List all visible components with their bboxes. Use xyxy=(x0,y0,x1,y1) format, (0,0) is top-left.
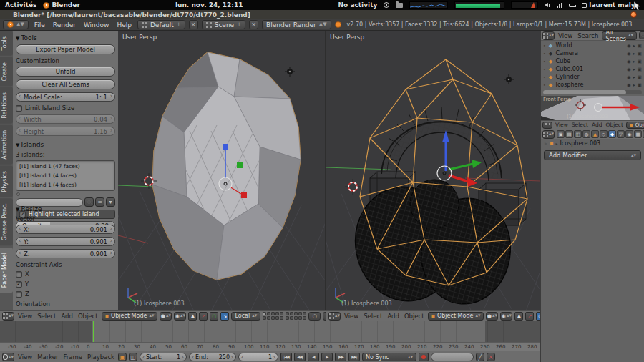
view-menu[interactable]: View xyxy=(16,313,34,320)
selectable-icon[interactable]: ▸ xyxy=(633,43,635,49)
limit-island-size-row[interactable]: Limit Island Size xyxy=(16,104,115,112)
shading-selector[interactable]: ●▴▾ xyxy=(486,312,498,321)
outliner-view-menu[interactable]: View xyxy=(557,32,574,39)
outliner-row[interactable]: • ◆ Cylinder ◉ ▸ ▣ xyxy=(541,73,644,81)
tab-scene[interactable]: ◫ xyxy=(574,130,582,138)
selectable-icon[interactable]: ▸ xyxy=(633,74,635,80)
timeline-frame-menu[interactable]: Frame xyxy=(62,353,84,361)
editor-type-button[interactable]: ▴▾ xyxy=(542,31,555,40)
tracker-clock-icon[interactable] xyxy=(384,2,389,8)
editor-type-button[interactable] xyxy=(542,122,552,129)
tool-shelf-tab[interactable]: Paper Model xyxy=(0,248,13,293)
app-menu[interactable]: Blender xyxy=(43,1,79,9)
constraint-z-row[interactable]: Z xyxy=(16,290,115,298)
selectable-icon[interactable]: ▸ xyxy=(633,51,635,57)
select-menu[interactable]: Select xyxy=(36,313,57,320)
tab-texture[interactable]: ▦ xyxy=(634,130,642,138)
visibility-eye-icon[interactable]: ◉ xyxy=(627,82,631,88)
tab-render-layers[interactable]: ▤ xyxy=(565,130,573,138)
clear-all-seams-button[interactable]: Clear All Seams xyxy=(16,79,115,89)
auto-keyframe-record-button[interactable] xyxy=(419,353,429,361)
screen-layout-delete-button[interactable]: × xyxy=(189,20,198,29)
visibility-eye-icon[interactable]: ◉ xyxy=(627,51,631,57)
use-preview-range-button[interactable]: ▣ xyxy=(118,353,127,361)
add-menu[interactable]: Add xyxy=(386,313,400,320)
pivot-selector[interactable]: ◉▴▾ xyxy=(500,312,512,321)
object-name[interactable]: Camera xyxy=(556,50,578,57)
object-menu[interactable]: Object xyxy=(403,313,426,320)
constraint-y-row[interactable]: ✓Y xyxy=(16,280,115,288)
start-frame-field[interactable]: ‹Start: 1› xyxy=(140,353,187,361)
tab-constraints[interactable]: ◇ xyxy=(600,130,608,138)
object-name[interactable]: Icosphere xyxy=(556,82,584,88)
tool-shelf-tab[interactable]: Grease Penc. xyxy=(0,198,13,245)
editor-type-button[interactable]: ▴▾ xyxy=(2,353,14,361)
pivot-selector[interactable]: ◉▴▾ xyxy=(174,312,186,321)
tab-modifiers[interactable]: ◆ xyxy=(608,130,616,138)
view-menu[interactable]: View xyxy=(343,313,360,320)
selectable-icon[interactable]: ▸ xyxy=(633,59,635,64)
view-menu[interactable]: View xyxy=(555,122,569,128)
jump-to-end-button[interactable]: ▶▶| xyxy=(348,353,360,361)
editor-type-selector[interactable]: ▲▼ xyxy=(3,20,29,29)
keying-set-field[interactable] xyxy=(431,353,474,361)
shading-selector[interactable]: ●▴▾ xyxy=(160,312,172,321)
visibility-eye-icon[interactable]: ◉ xyxy=(627,67,631,72)
tab-material[interactable]: ◉ xyxy=(625,130,633,138)
manipulator-toggle[interactable]: ▲ xyxy=(188,312,197,321)
activities-button[interactable]: Activités xyxy=(5,1,36,9)
tool-shelf-tab[interactable]: Create xyxy=(0,57,13,87)
mini-viewport[interactable]: Front Persp (1) Icosphere.003 xyxy=(541,96,644,120)
menu-render[interactable]: Render xyxy=(51,21,78,29)
selectable-icon[interactable]: ▸ xyxy=(633,82,635,88)
visibility-eye-icon[interactable]: ◉ xyxy=(627,59,631,64)
current-frame-field[interactable]: ‹1› xyxy=(238,353,278,361)
mode-selector[interactable]: ▪Object Mode▴▾ xyxy=(428,312,484,321)
timeline-ruler[interactable]: -50-40-30-20-100102030405060708090100110… xyxy=(0,342,540,351)
breadcrumb-object-name[interactable]: Icosphere.003 xyxy=(560,140,600,147)
menu-window[interactable]: Window xyxy=(82,21,112,29)
timeline-marker-menu[interactable]: Marker xyxy=(36,353,59,361)
lock-camera-button[interactable]: ○ xyxy=(308,312,321,321)
tab-object[interactable]: ▲ xyxy=(591,130,599,138)
tool-shelf-tab[interactable]: Relations xyxy=(0,87,13,124)
width-field[interactable]: ‹Width0.04› xyxy=(16,114,115,124)
clock[interactable]: lun. nov. 24, 12:11 xyxy=(175,1,243,9)
add-menu[interactable]: Add xyxy=(591,122,603,128)
outliner-row[interactable]: • ◆ Icosphere ◉ ▸ ▣ xyxy=(541,81,644,89)
editor-type-button[interactable]: ▴▾ xyxy=(542,130,555,139)
keying-set-clear-button[interactable]: × xyxy=(487,353,495,361)
screen-layout-selector[interactable]: Default+ xyxy=(137,20,185,29)
window-titlebar[interactable]: Blender* [/home/laurent/bacasable/blende… xyxy=(0,10,644,19)
add-modifier-dropdown[interactable]: Add Modifier▴▾ xyxy=(544,150,641,160)
translate-manipulator-button[interactable]: ↗ xyxy=(525,312,534,321)
panel-header-tools[interactable]: Tools xyxy=(16,34,115,41)
constraint-x-checkbox[interactable] xyxy=(16,271,22,278)
height-field[interactable]: ‹Height1.16› xyxy=(16,127,115,136)
sync-mode-selector[interactable]: No Sync▴▾ xyxy=(362,353,416,361)
window-close-button[interactable] xyxy=(630,11,637,18)
outliner-hscrollbar[interactable] xyxy=(543,90,642,94)
outliner-row[interactable]: • ◆ Camera ◉ ▸ ▣ xyxy=(541,49,644,57)
memory-monitor-graph[interactable] xyxy=(511,1,538,9)
panel-header-islands[interactable]: Islands xyxy=(16,141,115,148)
scale-manipulator-button[interactable]: ↘ xyxy=(220,312,229,321)
tool-shelf-tab[interactable]: Physics xyxy=(0,166,13,197)
resize-x-field[interactable]: ‹X:0.901› xyxy=(16,225,115,234)
keying-set-eyedropper-button[interactable]: ╱ xyxy=(476,353,484,361)
jump-to-next-keyframe-button[interactable]: |▶▶ xyxy=(335,353,346,361)
resize-y-field[interactable]: ‹Y:0.901› xyxy=(16,237,115,246)
select-menu[interactable]: Select xyxy=(571,122,589,128)
renderable-camera-icon[interactable]: ▣ xyxy=(638,74,642,80)
selectable-icon[interactable]: ▸ xyxy=(633,67,635,72)
manipulator-toggle[interactable]: ▲ xyxy=(514,312,523,321)
renderable-camera-icon[interactable]: ▣ xyxy=(638,82,642,88)
island-list-item[interactable]: [I1] Island 1 (4 faces) xyxy=(17,180,114,190)
layers-group-1[interactable] xyxy=(263,312,283,320)
island-list-item[interactable]: [I1] Island 1 (4 faces) xyxy=(17,171,114,180)
mode-selector[interactable]: ▪Object Mo xyxy=(626,122,644,129)
islands-list[interactable]: [I1] Island 1 (47 faces)[I1] Island 1 (4… xyxy=(16,160,115,191)
current-frame-line[interactable] xyxy=(93,321,94,342)
scene-delete-button[interactable]: × xyxy=(249,20,258,29)
limit-island-checkbox[interactable] xyxy=(16,105,22,112)
